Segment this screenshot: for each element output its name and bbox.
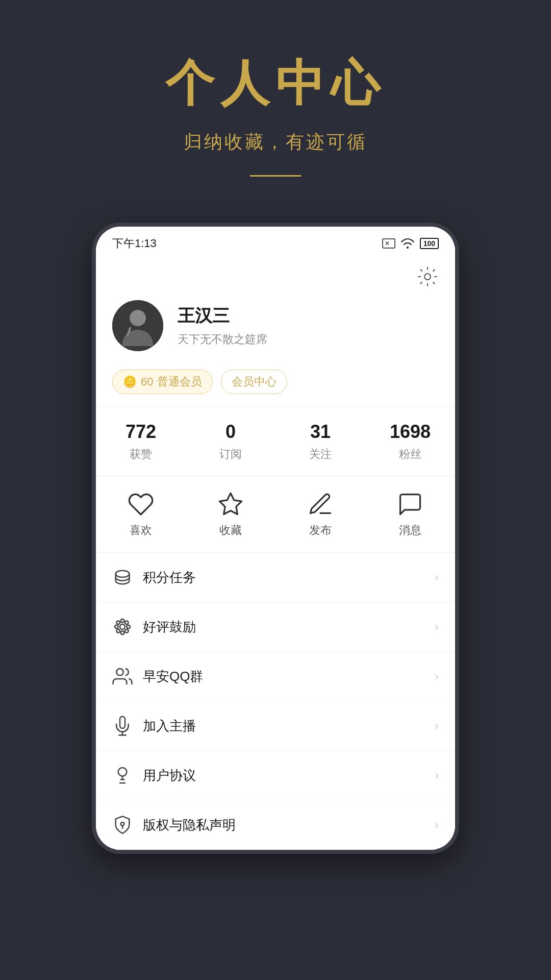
status-icons: ✕ 100 [382,238,439,249]
action-label: 消息 [399,523,421,538]
svg-point-6 [116,571,130,577]
page-title: 个人中心 [0,51,551,117]
chevron-right-icon: › [435,768,439,782]
shield-menu-icon [112,815,133,835]
action-label: 喜欢 [130,523,152,538]
svg-point-10 [115,625,118,629]
menu-item-shield[interactable]: 版权与隐私声明 › [96,800,455,850]
menu-item-label: 早安QQ群 [143,668,435,685]
stat-item[interactable]: 772 获赞 [96,421,186,462]
star-icon [217,491,244,518]
menu-item-bulb[interactable]: 用户协议 › [96,751,455,800]
bulb-menu-icon [112,765,133,786]
stats-row: 772 获赞 0 订阅 31 关注 1698 粉丝 [96,406,455,477]
signal-x-icon: ✕ [382,238,395,249]
menu-item-label: 版权与隐私声明 [143,816,435,834]
svg-point-2 [424,274,431,280]
page-header: 个人中心 归纳收藏，有迹可循 [0,0,551,207]
stat-label: 关注 [276,447,365,462]
stat-item[interactable]: 0 订阅 [186,421,276,462]
action-label: 收藏 [219,523,242,538]
settings-row [96,257,455,292]
member-center-badge[interactable]: 会员中心 [221,370,287,394]
action-star[interactable]: 收藏 [186,491,276,538]
stat-number: 1698 [365,421,455,443]
stat-label: 粉丝 [365,447,455,462]
member-type: 普通会员 [157,374,202,389]
status-bar: 下午1:13 ✕ 100 [96,227,455,257]
stat-number: 0 [186,421,276,443]
menu-item-mic[interactable]: 加入主播 › [96,701,455,751]
chevron-right-icon: › [435,620,439,634]
svg-point-11 [127,625,130,629]
profile-info: 王汉三 天下无不散之筵席 [178,304,439,347]
stat-label: 订阅 [186,447,276,462]
menu-list: 积分任务 › 好评鼓励 › 早安QQ群 › 加入主播 › 用户协议 › 版权与隐… [96,553,455,850]
profile-bio: 天下无不散之筵席 [178,332,439,347]
svg-point-7 [120,624,125,629]
divider [250,175,301,177]
points-menu-icon [112,567,133,587]
chevron-right-icon: › [435,669,439,683]
svg-point-4 [130,310,146,326]
chevron-right-icon: › [435,570,439,584]
svg-point-8 [121,619,124,623]
profile-badges: 🪙 60 普通会员 会员中心 [112,370,439,394]
settings-icon[interactable] [416,265,439,288]
menu-item-label: 用户协议 [143,767,435,785]
profile-top: 王汉三 天下无不散之筵席 [112,300,439,351]
edit-icon [307,491,334,518]
battery-icon: 100 [420,238,439,249]
phone-screen: 下午1:13 ✕ 100 [96,227,455,850]
chevron-right-icon: › [435,818,439,832]
chevron-right-icon: › [435,719,439,733]
mic-menu-icon [112,716,133,736]
stat-number: 31 [276,421,365,443]
profile-section: 王汉三 天下无不散之筵席 🪙 60 普通会员 会员中心 [96,292,455,406]
status-time: 下午1:13 [112,236,157,251]
menu-item-label: 好评鼓励 [143,618,435,636]
stat-item[interactable]: 1698 粉丝 [365,421,455,462]
svg-point-13 [125,629,129,633]
svg-text:✕: ✕ [385,240,390,247]
coin-icon: 🪙 [123,375,137,388]
stat-number: 772 [96,421,186,443]
action-message[interactable]: 消息 [365,491,455,538]
svg-point-9 [121,631,124,634]
action-heart[interactable]: 喜欢 [96,491,186,538]
member-center-label: 会员中心 [232,374,277,389]
svg-point-12 [116,621,120,624]
coins-badge[interactable]: 🪙 60 普通会员 [112,370,213,394]
menu-item-label: 积分任务 [143,569,435,586]
svg-point-19 [118,768,127,776]
coins-number: 60 [141,375,153,388]
action-label: 发布 [309,523,332,538]
stat-label: 获赞 [96,447,186,462]
avatar[interactable] [112,300,163,351]
svg-point-15 [116,629,120,633]
svg-marker-5 [219,493,241,514]
menu-item-flower[interactable]: 好评鼓励 › [96,602,455,652]
menu-item-label: 加入主播 [143,717,435,735]
menu-item-group[interactable]: 早安QQ群 › [96,652,455,701]
heart-icon [128,491,154,518]
flower-menu-icon [112,617,133,637]
svg-point-16 [116,669,123,675]
svg-point-14 [125,621,129,624]
menu-item-points[interactable]: 积分任务 › [96,553,455,602]
wifi-icon [400,238,415,249]
group-menu-icon [112,666,133,687]
stat-item[interactable]: 31 关注 [276,421,365,462]
page-subtitle: 归纳收藏，有迹可循 [0,130,551,155]
action-edit[interactable]: 发布 [276,491,365,538]
phone-mockup: 下午1:13 ✕ 100 [92,223,459,854]
profile-name: 王汉三 [178,304,439,328]
message-icon [397,491,423,518]
actions-row: 喜欢 收藏 发布 消息 [96,477,455,553]
